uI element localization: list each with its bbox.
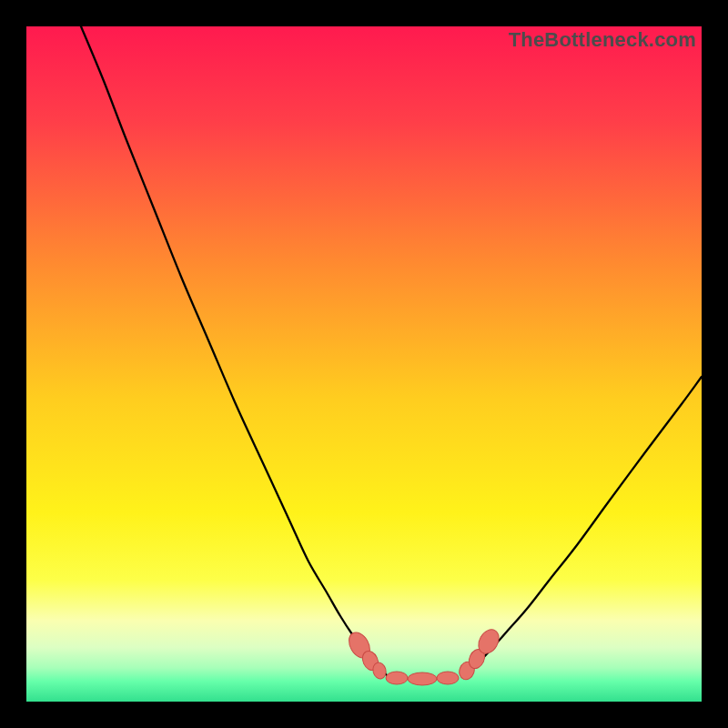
chart-svg: [26, 26, 702, 702]
watermark-text: TheBottleneck.com: [509, 28, 696, 52]
chart-background: [26, 26, 702, 702]
chart-plot-area: TheBottleneck.com: [26, 26, 702, 702]
curve-marker: [408, 672, 437, 685]
chart-frame: TheBottleneck.com: [0, 0, 728, 728]
curve-marker: [386, 672, 408, 684]
curve-marker: [437, 672, 459, 684]
